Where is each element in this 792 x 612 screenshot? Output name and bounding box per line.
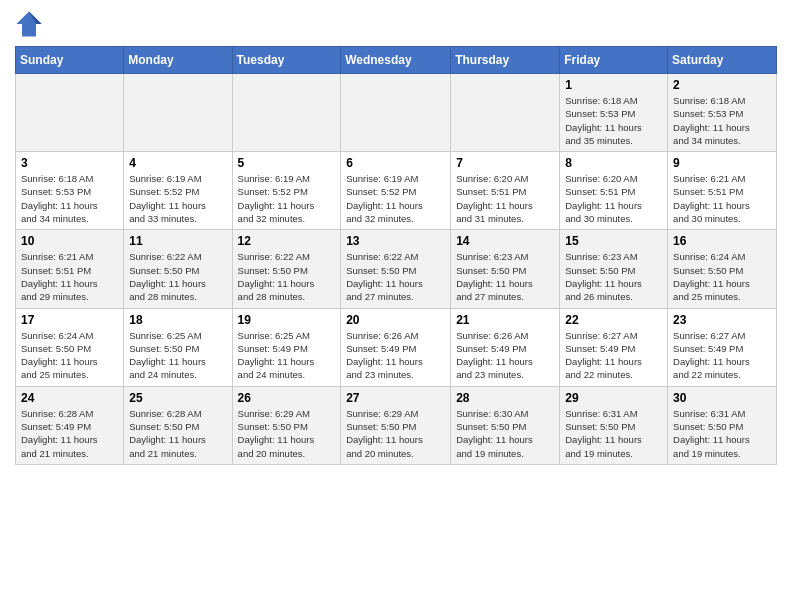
logo-icon (15, 10, 43, 38)
calendar-cell: 30Sunrise: 6:31 AM Sunset: 5:50 PM Dayli… (668, 386, 777, 464)
day-number: 30 (673, 391, 771, 405)
calendar-cell: 29Sunrise: 6:31 AM Sunset: 5:50 PM Dayli… (560, 386, 668, 464)
day-number: 15 (565, 234, 662, 248)
calendar-cell: 4Sunrise: 6:19 AM Sunset: 5:52 PM Daylig… (124, 152, 232, 230)
day-info: Sunrise: 6:31 AM Sunset: 5:50 PM Dayligh… (565, 407, 662, 460)
calendar-week-4: 17Sunrise: 6:24 AM Sunset: 5:50 PM Dayli… (16, 308, 777, 386)
weekday-header-sunday: Sunday (16, 47, 124, 74)
day-number: 11 (129, 234, 226, 248)
calendar-table: SundayMondayTuesdayWednesdayThursdayFrid… (15, 46, 777, 465)
day-info: Sunrise: 6:18 AM Sunset: 5:53 PM Dayligh… (21, 172, 118, 225)
day-number: 13 (346, 234, 445, 248)
calendar-cell: 19Sunrise: 6:25 AM Sunset: 5:49 PM Dayli… (232, 308, 341, 386)
weekday-header-monday: Monday (124, 47, 232, 74)
calendar-cell: 9Sunrise: 6:21 AM Sunset: 5:51 PM Daylig… (668, 152, 777, 230)
day-info: Sunrise: 6:19 AM Sunset: 5:52 PM Dayligh… (129, 172, 226, 225)
day-info: Sunrise: 6:18 AM Sunset: 5:53 PM Dayligh… (673, 94, 771, 147)
day-info: Sunrise: 6:27 AM Sunset: 5:49 PM Dayligh… (673, 329, 771, 382)
day-info: Sunrise: 6:26 AM Sunset: 5:49 PM Dayligh… (346, 329, 445, 382)
calendar-cell: 20Sunrise: 6:26 AM Sunset: 5:49 PM Dayli… (341, 308, 451, 386)
day-number: 6 (346, 156, 445, 170)
day-info: Sunrise: 6:24 AM Sunset: 5:50 PM Dayligh… (21, 329, 118, 382)
day-info: Sunrise: 6:29 AM Sunset: 5:50 PM Dayligh… (346, 407, 445, 460)
calendar-body: 1Sunrise: 6:18 AM Sunset: 5:53 PM Daylig… (16, 74, 777, 465)
calendar-cell: 26Sunrise: 6:29 AM Sunset: 5:50 PM Dayli… (232, 386, 341, 464)
calendar-cell (16, 74, 124, 152)
calendar-cell: 3Sunrise: 6:18 AM Sunset: 5:53 PM Daylig… (16, 152, 124, 230)
weekday-header-tuesday: Tuesday (232, 47, 341, 74)
day-number: 12 (238, 234, 336, 248)
calendar-cell: 21Sunrise: 6:26 AM Sunset: 5:49 PM Dayli… (451, 308, 560, 386)
calendar-cell: 16Sunrise: 6:24 AM Sunset: 5:50 PM Dayli… (668, 230, 777, 308)
day-info: Sunrise: 6:24 AM Sunset: 5:50 PM Dayligh… (673, 250, 771, 303)
day-info: Sunrise: 6:26 AM Sunset: 5:49 PM Dayligh… (456, 329, 554, 382)
day-number: 18 (129, 313, 226, 327)
calendar-cell: 6Sunrise: 6:19 AM Sunset: 5:52 PM Daylig… (341, 152, 451, 230)
day-info: Sunrise: 6:22 AM Sunset: 5:50 PM Dayligh… (238, 250, 336, 303)
calendar-cell: 12Sunrise: 6:22 AM Sunset: 5:50 PM Dayli… (232, 230, 341, 308)
day-info: Sunrise: 6:22 AM Sunset: 5:50 PM Dayligh… (129, 250, 226, 303)
day-number: 26 (238, 391, 336, 405)
logo (15, 10, 45, 38)
day-info: Sunrise: 6:31 AM Sunset: 5:50 PM Dayligh… (673, 407, 771, 460)
day-number: 14 (456, 234, 554, 248)
weekday-header-wednesday: Wednesday (341, 47, 451, 74)
weekday-header-saturday: Saturday (668, 47, 777, 74)
day-info: Sunrise: 6:25 AM Sunset: 5:50 PM Dayligh… (129, 329, 226, 382)
calendar-cell: 14Sunrise: 6:23 AM Sunset: 5:50 PM Dayli… (451, 230, 560, 308)
day-number: 16 (673, 234, 771, 248)
day-info: Sunrise: 6:20 AM Sunset: 5:51 PM Dayligh… (456, 172, 554, 225)
day-number: 29 (565, 391, 662, 405)
calendar-cell: 24Sunrise: 6:28 AM Sunset: 5:49 PM Dayli… (16, 386, 124, 464)
day-info: Sunrise: 6:18 AM Sunset: 5:53 PM Dayligh… (565, 94, 662, 147)
calendar-cell (451, 74, 560, 152)
weekday-header-thursday: Thursday (451, 47, 560, 74)
day-info: Sunrise: 6:23 AM Sunset: 5:50 PM Dayligh… (456, 250, 554, 303)
day-info: Sunrise: 6:21 AM Sunset: 5:51 PM Dayligh… (21, 250, 118, 303)
day-number: 25 (129, 391, 226, 405)
calendar-cell (341, 74, 451, 152)
calendar-cell: 17Sunrise: 6:24 AM Sunset: 5:50 PM Dayli… (16, 308, 124, 386)
day-number: 20 (346, 313, 445, 327)
calendar-cell: 15Sunrise: 6:23 AM Sunset: 5:50 PM Dayli… (560, 230, 668, 308)
calendar-cell: 23Sunrise: 6:27 AM Sunset: 5:49 PM Dayli… (668, 308, 777, 386)
day-info: Sunrise: 6:28 AM Sunset: 5:49 PM Dayligh… (21, 407, 118, 460)
calendar-cell: 5Sunrise: 6:19 AM Sunset: 5:52 PM Daylig… (232, 152, 341, 230)
calendar-week-2: 3Sunrise: 6:18 AM Sunset: 5:53 PM Daylig… (16, 152, 777, 230)
day-number: 3 (21, 156, 118, 170)
calendar-cell: 7Sunrise: 6:20 AM Sunset: 5:51 PM Daylig… (451, 152, 560, 230)
day-info: Sunrise: 6:22 AM Sunset: 5:50 PM Dayligh… (346, 250, 445, 303)
calendar-week-1: 1Sunrise: 6:18 AM Sunset: 5:53 PM Daylig… (16, 74, 777, 152)
day-number: 2 (673, 78, 771, 92)
day-number: 22 (565, 313, 662, 327)
calendar-header: SundayMondayTuesdayWednesdayThursdayFrid… (16, 47, 777, 74)
calendar-cell: 2Sunrise: 6:18 AM Sunset: 5:53 PM Daylig… (668, 74, 777, 152)
day-number: 28 (456, 391, 554, 405)
calendar-cell: 1Sunrise: 6:18 AM Sunset: 5:53 PM Daylig… (560, 74, 668, 152)
day-number: 8 (565, 156, 662, 170)
day-number: 1 (565, 78, 662, 92)
calendar-cell: 18Sunrise: 6:25 AM Sunset: 5:50 PM Dayli… (124, 308, 232, 386)
day-info: Sunrise: 6:19 AM Sunset: 5:52 PM Dayligh… (346, 172, 445, 225)
day-number: 7 (456, 156, 554, 170)
calendar-cell: 11Sunrise: 6:22 AM Sunset: 5:50 PM Dayli… (124, 230, 232, 308)
calendar-cell: 13Sunrise: 6:22 AM Sunset: 5:50 PM Dayli… (341, 230, 451, 308)
calendar-cell: 10Sunrise: 6:21 AM Sunset: 5:51 PM Dayli… (16, 230, 124, 308)
day-number: 10 (21, 234, 118, 248)
calendar-cell: 25Sunrise: 6:28 AM Sunset: 5:50 PM Dayli… (124, 386, 232, 464)
weekday-header-friday: Friday (560, 47, 668, 74)
header (15, 10, 777, 38)
day-info: Sunrise: 6:27 AM Sunset: 5:49 PM Dayligh… (565, 329, 662, 382)
day-info: Sunrise: 6:28 AM Sunset: 5:50 PM Dayligh… (129, 407, 226, 460)
calendar-cell (124, 74, 232, 152)
weekday-header-row: SundayMondayTuesdayWednesdayThursdayFrid… (16, 47, 777, 74)
day-info: Sunrise: 6:25 AM Sunset: 5:49 PM Dayligh… (238, 329, 336, 382)
day-number: 9 (673, 156, 771, 170)
day-info: Sunrise: 6:23 AM Sunset: 5:50 PM Dayligh… (565, 250, 662, 303)
day-number: 21 (456, 313, 554, 327)
day-number: 19 (238, 313, 336, 327)
day-number: 27 (346, 391, 445, 405)
calendar-cell: 22Sunrise: 6:27 AM Sunset: 5:49 PM Dayli… (560, 308, 668, 386)
calendar-cell (232, 74, 341, 152)
day-number: 4 (129, 156, 226, 170)
